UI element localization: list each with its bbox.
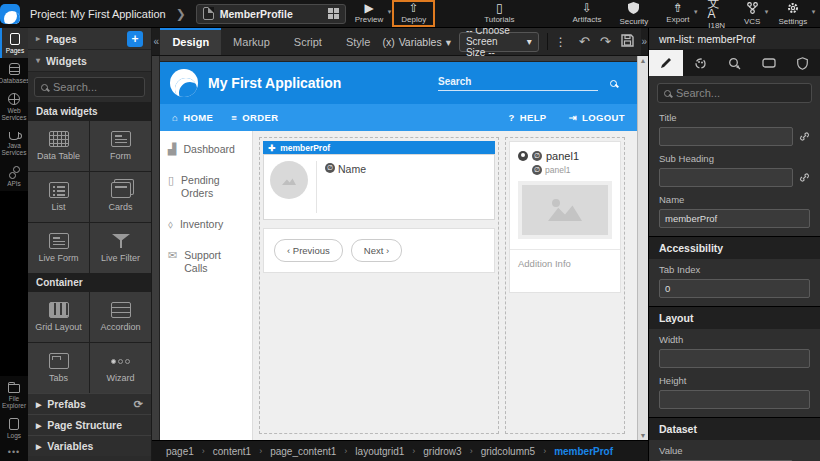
breadcrumb-gridrow3[interactable]: gridrow3 — [423, 446, 461, 457]
chevron-down-icon[interactable]: ▾ — [765, 8, 769, 16]
preview-search-input[interactable]: Search — [438, 76, 598, 91]
section-layout[interactable]: Layout — [649, 306, 820, 329]
scroll-down-icon[interactable]: ▼ — [640, 432, 647, 439]
page-selector[interactable]: MemberProfile — [196, 4, 346, 24]
variables-accordion[interactable]: ▸ Variables — [28, 435, 151, 456]
sidebar-item-inventory[interactable]: ⬨ Inventory — [168, 218, 244, 231]
breadcrumb-memberprof[interactable]: memberProf — [554, 446, 613, 457]
rail-item-logs[interactable]: Logs — [0, 413, 28, 443]
project-name[interactable]: Project: My First Application — [30, 8, 166, 20]
preview-button[interactable]: ▶ Preview ▾ — [346, 0, 392, 27]
tab-markup[interactable]: Markup — [221, 28, 282, 55]
more-options-icon[interactable]: ••• — [0, 443, 28, 461]
breadcrumb-gridcolumn5[interactable]: gridcolumn5 — [481, 446, 535, 457]
tab-events[interactable] — [717, 50, 751, 76]
collapse-left-panel-button[interactable]: « — [152, 28, 160, 55]
i18n-button[interactable]: 文A I18N — [698, 0, 734, 27]
collapse-right-panel-button[interactable]: » — [641, 28, 648, 55]
tab-style[interactable]: Style — [334, 28, 382, 55]
sidebar-item-support-calls[interactable]: ✉ Support Calls — [168, 249, 244, 275]
scroll-up-icon[interactable]: ▲ — [640, 57, 647, 64]
properties-search-input[interactable]: Search... — [657, 83, 812, 103]
title-input[interactable] — [659, 127, 793, 146]
nav-help[interactable]: ? HELP — [508, 112, 546, 123]
widget-search-input[interactable]: Search... — [34, 77, 145, 97]
breadcrumb-page-content1[interactable]: page_content1 — [270, 446, 336, 457]
tutorials-button[interactable]: ▯ Tutorials — [475, 0, 523, 27]
previous-button[interactable]: ‹ Previous — [274, 239, 343, 262]
member-list-widget[interactable]: ✚ memberProf ∅ — [263, 141, 495, 273]
tab-styles[interactable] — [683, 50, 717, 76]
vcs-button[interactable]: VCS ▾ — [735, 0, 769, 27]
nav-home[interactable]: ⌂ HOME — [172, 112, 213, 123]
tab-device[interactable] — [752, 50, 786, 76]
canvas-scrollbar[interactable]: ▲ ▼ — [637, 56, 648, 440]
wavemaker-logo[interactable] — [0, 0, 20, 28]
panel-title-row[interactable]: ∅ panel1 — [518, 150, 612, 162]
list-item-name[interactable]: ∅ Name — [325, 161, 366, 213]
bind-link-icon[interactable] — [799, 172, 810, 183]
refresh-icon[interactable]: ⟳ — [134, 398, 143, 411]
panel-image-placeholder[interactable] — [518, 181, 612, 239]
page-structure-accordion[interactable]: ▸ Page Structure — [28, 414, 151, 435]
prefabs-accordion[interactable]: ▸ Prefabs ⟳ — [28, 393, 151, 414]
tab-script[interactable]: Script — [282, 28, 334, 55]
search-icon[interactable] — [610, 80, 617, 87]
pages-accordion[interactable]: ▸ Pages + — [28, 28, 151, 50]
list-widget-header[interactable]: ✚ memberProf — [263, 141, 495, 154]
chevron-down-icon[interactable]: ▾ — [812, 8, 816, 16]
redo-icon[interactable]: ↷ — [595, 34, 616, 49]
widget-tile-accordion[interactable]: Accordion — [90, 292, 151, 342]
widget-tile-form[interactable]: Form — [90, 121, 151, 171]
rail-item-apis[interactable]: APIs — [0, 160, 28, 191]
widget-tile-live-filter[interactable]: Live Filter — [90, 223, 151, 273]
sidebar-item-pending-orders[interactable]: ▯ Pending Orders — [168, 174, 244, 200]
bind-link-icon[interactable] — [799, 131, 810, 142]
section-dataset[interactable]: Dataset — [649, 417, 820, 440]
tabindex-input[interactable]: 0 — [659, 279, 810, 298]
height-input[interactable] — [659, 390, 810, 409]
breadcrumb-page1[interactable]: page1 — [166, 446, 194, 457]
settings-button[interactable]: Settings ▾ — [769, 0, 816, 27]
tab-design[interactable]: Design — [160, 28, 221, 55]
widget-tile-data-table[interactable]: Data Table — [28, 121, 89, 171]
toolbar-menu-icon[interactable]: ⋮ — [547, 33, 574, 49]
widgets-accordion[interactable]: ▾ Widgets — [28, 50, 151, 72]
rail-item-databases[interactable]: Databases — [0, 58, 28, 88]
artifacts-button[interactable]: ⇩ Artifacts — [564, 0, 611, 27]
security-button[interactable]: Security — [610, 0, 657, 27]
nav-logout[interactable]: ⇥ LOGOUT — [569, 112, 625, 123]
undo-icon[interactable]: ↶ — [574, 34, 595, 49]
chevron-down-icon[interactable]: ▾ — [694, 8, 698, 16]
rail-item-java-services[interactable]: Java Services — [0, 125, 28, 160]
name-input[interactable]: memberProf — [659, 209, 810, 228]
width-input[interactable] — [659, 349, 810, 368]
grid-column-selection[interactable]: ✚ memberProf ∅ — [259, 137, 499, 434]
next-button[interactable]: Next › — [351, 239, 402, 262]
save-icon[interactable] — [616, 34, 639, 50]
screen-size-select[interactable]: -- Choose Screen Size -- ▾ — [459, 32, 539, 52]
widget-tile-wizard[interactable]: Wizard — [90, 343, 151, 393]
rail-item-file-explorer[interactable]: File Explorer — [0, 376, 28, 413]
move-icon[interactable]: ✚ — [268, 143, 275, 153]
widget-tile-tabs[interactable]: Tabs — [28, 343, 89, 393]
list-item[interactable]: ∅ Name — [263, 154, 495, 220]
tab-security[interactable] — [786, 50, 820, 76]
tab-properties[interactable] — [649, 50, 683, 76]
widget-tile-cards[interactable]: Cards — [90, 172, 151, 222]
sidebar-item-dashboard[interactable]: ▟ Dashboard — [168, 143, 244, 156]
chevron-down-icon[interactable]: ▾ — [388, 8, 392, 16]
export-button[interactable]: ⇮ Export ▾ — [657, 0, 698, 27]
variables-dropdown[interactable]: (x) Variables ▾ — [382, 36, 451, 48]
widget-tile-grid-layout[interactable]: Grid Layout — [28, 292, 89, 342]
add-page-button[interactable]: + — [127, 31, 143, 47]
widget-tile-live-form[interactable]: Live Form — [28, 223, 89, 273]
breadcrumb-content1[interactable]: content1 — [213, 446, 251, 457]
rail-item-pages[interactable]: Pages — [0, 28, 28, 58]
grid-icon[interactable] — [328, 8, 339, 19]
subheading-input[interactable] — [659, 168, 793, 187]
deploy-button[interactable]: ⇧ Deploy — [392, 0, 435, 27]
panel1-widget[interactable]: ∅ panel1 ∅ panel1 — [509, 141, 621, 293]
grid-column-panel[interactable]: ∅ panel1 ∅ panel1 — [505, 137, 625, 434]
widget-tile-list[interactable]: List — [28, 172, 89, 222]
